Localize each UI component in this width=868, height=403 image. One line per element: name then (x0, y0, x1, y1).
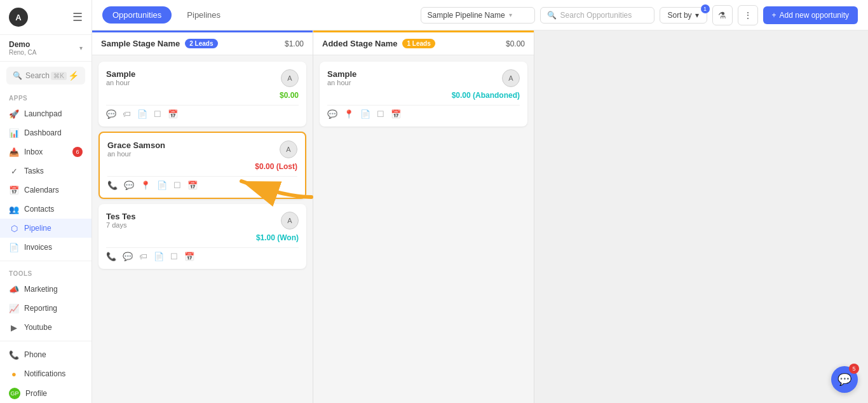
leads-badge-yellow: 1 Leads (402, 39, 435, 48)
stage-header-added: Added Stage Name 1 Leads $0.00 (313, 32, 534, 55)
document-icon[interactable]: 📄 (137, 109, 147, 119)
message-icon[interactable]: 💬 (327, 109, 337, 119)
checkbox-icon[interactable]: ☐ (170, 252, 178, 261)
sort-by-label: Sort by (668, 11, 692, 20)
checkbox-icon[interactable]: ☐ (173, 181, 181, 190)
sidebar-item-label: Pipeline (24, 224, 51, 233)
filter-button[interactable]: ⚗ (712, 5, 733, 25)
card-actions: 📞 💬 📍 📄 ☐ 📅 (107, 176, 297, 190)
stage-name: Added Stage Name (322, 39, 397, 48)
leads-badge-blue: 2 Leads (185, 39, 217, 48)
message-icon[interactable]: 💬 (124, 181, 134, 190)
inbox-icon: 📥 (9, 147, 19, 157)
sidebar-item-tasks[interactable]: ✓ Tasks (0, 161, 92, 181)
sidebar-item-label: Inbox (24, 147, 43, 156)
invoices-icon: 📄 (9, 242, 19, 252)
pipeline-icon: ⬡ (9, 223, 19, 233)
document-icon[interactable]: 📄 (154, 252, 164, 261)
notifications-icon: ● (9, 369, 19, 379)
tab-pipelines[interactable]: Pipelines (177, 6, 231, 24)
sidebar-item-phone[interactable]: 📞 Phone (0, 345, 92, 364)
sidebar-item-label: Calendars (24, 186, 59, 195)
sort-by-button[interactable]: Sort by ▾ 1 (660, 7, 707, 24)
opportunity-card-added[interactable]: Sample an hour A $0.00 (Abandoned) 💬 📍 📄… (320, 62, 527, 126)
filter-icon: ⚗ (718, 10, 726, 20)
card-actions: 📞 💬 🏷 📄 ☐ 📅 (106, 247, 299, 261)
search-label: Search (25, 71, 50, 80)
sidebar-item-pipeline[interactable]: ⬡ Pipeline (0, 219, 92, 238)
calendar-icon[interactable]: 📅 (168, 109, 178, 119)
main-content: Opportunities Pipelines Sample Pipeline … (92, 0, 868, 403)
sidebar-item-label: Invoices (24, 243, 52, 252)
add-opp-label: Add new opportunity (780, 11, 849, 20)
more-options-button[interactable]: ⋮ (738, 5, 758, 25)
sidebar-item-notifications[interactable]: ● Notifications (0, 364, 92, 383)
lightning-icon[interactable]: ⚡ (68, 71, 79, 81)
stage-value: $1.00 (285, 39, 304, 48)
sidebar-divider (0, 261, 92, 261)
card-amount: $1.00 (Won) (106, 233, 299, 242)
stage-sample: Sample Stage Name 2 Leads $1.00 Sample a… (92, 31, 313, 403)
tag-icon[interactable]: 🏷 (123, 109, 131, 119)
tab-opportunities[interactable]: Opportunities (102, 6, 172, 24)
sidebar-item-calendars[interactable]: 📅 Calendars (0, 181, 92, 200)
calendar-icon[interactable]: 📅 (187, 181, 198, 190)
sidebar-item-youtube[interactable]: ▶ Youtube (0, 318, 92, 337)
chat-icon: 💬 (837, 372, 851, 386)
card-name: Sample (106, 69, 135, 79)
sidebar-item-label: Profile (25, 389, 47, 398)
sidebar-item-label: Phone (24, 350, 46, 359)
apps-section-label: Apps (0, 90, 92, 104)
checkbox-icon[interactable]: ☐ (154, 109, 161, 119)
opportunity-card-sample[interactable]: Sample an hour A $0.00 💬 🏷 📄 ☐ 📅 (98, 62, 306, 126)
sidebar-item-reporting[interactable]: 📈 Reporting (0, 299, 92, 318)
card-name: Grace Samson (107, 140, 165, 150)
phone-icon[interactable]: 📞 (106, 252, 116, 261)
card-amount: $0.00 (106, 91, 299, 100)
location-icon[interactable]: 📍 (344, 109, 354, 119)
sidebar-item-contacts[interactable]: 👥 Contacts (0, 200, 92, 219)
sidebar-item-label: Launchpad (24, 109, 62, 118)
document-icon[interactable]: 📄 (360, 109, 370, 119)
document-icon[interactable]: 📄 (157, 181, 167, 190)
pipeline-chevron-icon: ▾ (509, 11, 512, 18)
card-avatar: A (281, 69, 299, 87)
sidebar-item-dashboard[interactable]: 📊 Dashboard (0, 123, 92, 142)
calendars-icon: 📅 (9, 185, 19, 195)
launchpad-icon: 🚀 (9, 109, 19, 119)
sort-badge: 1 (701, 4, 710, 13)
sidebar-item-inbox[interactable]: 📥 Inbox 6 (0, 142, 92, 161)
opportunity-card-tes[interactable]: Tes Tes 7 days A $1.00 (Won) 📞 💬 🏷 📄 ☐ 📅 (98, 204, 306, 269)
calendar-icon[interactable]: 📅 (184, 252, 194, 261)
sidebar-item-marketing[interactable]: 📣 Marketing (0, 280, 92, 299)
chat-badge: 5 (849, 364, 859, 374)
search-bar[interactable]: 🔍 Search ⌘K ⚡ (6, 67, 85, 85)
phone-icon[interactable]: 📞 (107, 181, 118, 190)
location-icon[interactable]: 📍 (140, 181, 151, 190)
card-name: Tes Tes (106, 212, 135, 221)
sidebar-item-invoices[interactable]: 📄 Invoices (0, 238, 92, 257)
card-name: Sample (327, 69, 356, 79)
dashboard-icon: 📊 (9, 128, 19, 138)
company-name: Demo (9, 40, 36, 49)
message-icon[interactable]: 💬 (123, 252, 133, 261)
card-actions: 💬 📍 📄 ☐ 📅 (327, 105, 520, 119)
user-avatar[interactable]: A (9, 8, 28, 27)
company-selector[interactable]: Demo Reno, CA ▾ (0, 35, 92, 62)
chat-bubble[interactable]: 💬 5 (831, 366, 858, 393)
sidebar-item-launchpad[interactable]: 🚀 Launchpad (0, 104, 92, 123)
pipeline-selector[interactable]: Sample Pipeline Name ▾ (421, 7, 535, 24)
opportunity-card-grace[interactable]: Grace Samson an hour A $0.00 (Lost) 📞 💬 … (98, 132, 306, 199)
hamburger-icon[interactable]: ☰ (72, 10, 83, 24)
add-opportunity-button[interactable]: + Add new opportunity (763, 6, 858, 24)
sidebar-item-profile[interactable]: GP Profile (0, 383, 92, 403)
chevron-down-icon: ▾ (695, 11, 699, 20)
checkbox-icon[interactable]: ☐ (377, 109, 384, 119)
chevron-down-icon: ▾ (79, 44, 83, 51)
tag-icon[interactable]: 🏷 (139, 252, 147, 261)
message-icon[interactable]: 💬 (106, 109, 116, 119)
tools-section-label: Tools (0, 265, 92, 280)
search-opportunities-input[interactable]: 🔍 Search Opportunities (540, 7, 654, 24)
card-time: an hour (327, 79, 356, 86)
calendar-icon[interactable]: 📅 (391, 109, 401, 119)
